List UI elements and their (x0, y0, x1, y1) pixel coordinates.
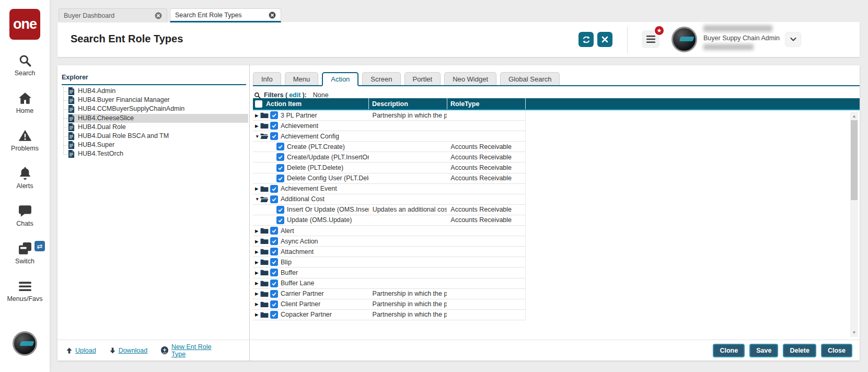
scrollbar-thumb[interactable] (851, 120, 858, 200)
tab-buyer-dashboard[interactable]: Buyer Dashboard (59, 8, 167, 22)
row-checkbox[interactable] (276, 206, 284, 214)
row-checkbox[interactable] (270, 227, 278, 235)
filters-edit-link[interactable]: edit (289, 91, 300, 99)
user-avatar[interactable] (672, 27, 697, 52)
table-row-achievement[interactable]: ▶ Achievement (253, 121, 525, 131)
panel-tab-portlet[interactable]: Portlet (404, 72, 441, 85)
table-row-client-partner[interactable]: ▶ Client Partner Partnership in which th… (253, 299, 525, 310)
select-all-checkbox[interactable] (255, 100, 262, 108)
tree-item-hub4-admin[interactable]: HUB4.Admin (68, 87, 248, 96)
expand-arrow[interactable]: ▶ (255, 186, 260, 191)
row-checkbox[interactable] (270, 258, 278, 266)
star-badge-icon[interactable]: ★ (654, 25, 665, 36)
table-row-copacker-partner[interactable]: ▶ Copacker Partner Partnership in which … (253, 310, 525, 320)
clone-button[interactable]: Clone (713, 344, 745, 357)
expand-arrow[interactable]: ▶ (255, 113, 260, 118)
scroll-down-arrow[interactable]: ▼ (850, 329, 858, 336)
table-row-achievement-event[interactable]: ▶ Achievement Event (253, 184, 525, 194)
sidebar-item-home[interactable]: Home (0, 84, 50, 122)
row-checkbox[interactable] (270, 300, 278, 308)
expand-arrow[interactable]: ▶ (255, 270, 260, 275)
expand-arrow[interactable]: ▶ (255, 260, 260, 265)
row-checkbox[interactable] (270, 280, 278, 287)
tree-item-hub4-cheeseslice[interactable]: HUB4.CheeseSlice (68, 114, 248, 123)
tree-item-hub4-dual-role[interactable]: HUB4.Dual Role (68, 123, 248, 132)
column-header-action-item[interactable]: Action Item (253, 98, 369, 109)
sidebar-item-chats[interactable]: Chats (0, 197, 50, 235)
table-row-alert[interactable]: ▶ Alert (253, 226, 525, 236)
table-row-buffer[interactable]: ▶ Buffer (253, 268, 525, 278)
sidebar-item-alerts[interactable]: Alerts (0, 159, 50, 197)
column-header-roletype[interactable]: RoleType (447, 98, 526, 109)
panel-tab-neo-widget[interactable]: Neo Widget (444, 72, 496, 85)
row-checkbox[interactable] (270, 237, 278, 245)
download-link[interactable]: Download (110, 347, 148, 354)
expand-arrow[interactable]: ▶ (255, 291, 260, 296)
row-checkbox[interactable] (276, 175, 284, 182)
expand-arrow[interactable]: ▶ (255, 312, 260, 317)
panel-tab-action[interactable]: Action (322, 72, 358, 86)
refresh-button[interactable] (578, 32, 594, 47)
expand-arrow[interactable]: ▶ (255, 123, 260, 129)
row-checkbox[interactable] (276, 164, 284, 172)
row-checkbox[interactable] (270, 111, 278, 119)
table-row-create-update-plt-insertoru[interactable]: Create/Update (PLT.InsertOrU... Accounts… (253, 152, 525, 162)
row-checkbox[interactable] (276, 216, 284, 224)
row-checkbox[interactable] (270, 269, 278, 276)
sidebar-item-menus-favs[interactable]: Menus/Favs (0, 272, 50, 310)
column-header-description[interactable]: Description (369, 98, 447, 109)
row-checkbox[interactable] (270, 311, 278, 319)
row-checkbox[interactable] (270, 248, 278, 255)
switch-badge[interactable]: ⇄ (34, 241, 45, 251)
sidebar-item-search[interactable]: Search (0, 47, 50, 84)
table-row-carrier-partner[interactable]: ▶ Carrier Partner Partnership in which t… (253, 289, 525, 299)
vertical-scrollbar[interactable]: ▲ ▼ (850, 112, 858, 337)
table-row-achievement-config[interactable]: ▼ Achievement Config (253, 131, 525, 142)
tree-item-hub4-dual-role-bsca-and-tm[interactable]: HUB4.Dual Role BSCA and TM (68, 132, 248, 141)
tab-close-icon[interactable] (269, 11, 276, 19)
expand-arrow[interactable]: ▶ (255, 301, 260, 307)
panel-tab-screen[interactable]: Screen (362, 72, 400, 85)
sidebar-item-problems[interactable]: Problems (0, 122, 50, 159)
close-button[interactable]: Close (821, 344, 852, 357)
row-checkbox[interactable] (270, 132, 278, 140)
expand-arrow[interactable]: ▶ (255, 249, 260, 254)
row-checkbox[interactable] (270, 122, 278, 130)
panel-tab-info[interactable]: Info (253, 72, 281, 85)
save-button[interactable]: Save (749, 344, 778, 357)
tree-item-hub4-super[interactable]: HUB4.Super (68, 141, 248, 149)
table-row-blip[interactable]: ▶ Blip (253, 257, 525, 268)
table-row-delete-config-user-plt-delete[interactable]: Delete Config User (PLT.Delete... Accoun… (253, 173, 525, 184)
row-checkbox[interactable] (270, 195, 278, 203)
table-row-buffer-lane[interactable]: ▶ Buffer Lane (253, 278, 525, 289)
row-checkbox[interactable] (270, 290, 278, 298)
table-row-3-pl-partner[interactable]: ▶ 3 PL Partner Partnership in which the … (253, 110, 525, 121)
user-menu-chevron-button[interactable] (785, 32, 801, 47)
delete-button[interactable]: Delete (783, 344, 816, 357)
new-ent-role-type-link[interactable]: + New Ent Role Type (161, 343, 223, 358)
tree-item-hub4-ccmbuyersupplychainadmin[interactable]: HUB4.CCMBuyerSupplyChainAdmin (68, 104, 248, 113)
table-row-delete-plt-delete[interactable]: Delete (PLT.Delete) Accounts Receivable (253, 162, 525, 173)
table-row-update-oms-update[interactable]: Update (OMS.Update) Accounts Receivable (253, 215, 525, 226)
table-row-create-plt-create[interactable]: Create (PLT.Create) Accounts Receivable (253, 142, 525, 152)
table-row-additional-cost[interactable]: ▼ Additional Cost (253, 194, 525, 205)
expand-arrow[interactable]: ▶ (255, 281, 260, 286)
table-row-insert-or-update-oms-insert[interactable]: Insert Or Update (OMS.Insert... Updates … (253, 205, 525, 215)
one-network-logo[interactable]: one (9, 9, 40, 40)
table-row-attachment[interactable]: ▶ Attachment (253, 247, 525, 257)
tab-search-ent-role-types[interactable]: Search Ent Role Types (170, 8, 281, 22)
upload-link[interactable]: Upload (66, 347, 96, 354)
sidebar-avatar[interactable] (13, 331, 37, 356)
panel-tab-global-search[interactable]: Global Search (500, 72, 560, 85)
row-checkbox[interactable] (276, 143, 284, 150)
row-checkbox[interactable] (276, 153, 284, 161)
tree-item-hub4-testorch[interactable]: HUB4.TestOrch (68, 149, 248, 158)
expand-arrow[interactable]: ▼ (255, 134, 260, 139)
expand-arrow[interactable]: ▶ (255, 228, 260, 234)
sidebar-item-switch[interactable]: Switch ⇄ (0, 235, 50, 272)
expand-arrow[interactable]: ▶ (255, 239, 260, 244)
tree-item-hub4-buyer-financial-manager[interactable]: HUB4.Buyer Financial Manager (68, 96, 248, 104)
row-checkbox[interactable] (270, 185, 278, 193)
expand-arrow[interactable]: ▼ (255, 196, 260, 202)
tab-close-icon[interactable] (155, 12, 162, 19)
